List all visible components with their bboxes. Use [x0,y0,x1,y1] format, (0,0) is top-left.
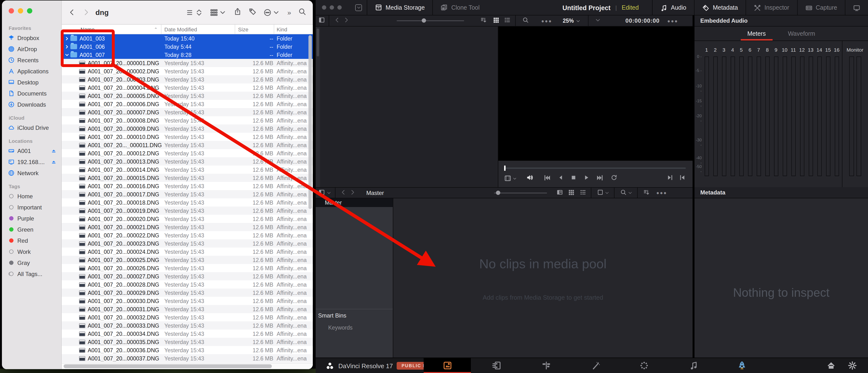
pool-search-chevron[interactable] [628,190,632,196]
viewer-options-icon[interactable]: ●●● [667,18,678,23]
sidebar-item-downloads[interactable]: Downloads [2,99,61,110]
pool-search-button[interactable] [620,189,626,197]
media-pool-empty-state[interactable]: No clips in media pool Add clips from Me… [393,198,692,357]
sidebar-item-green[interactable]: Green [2,224,61,235]
file-row[interactable]: A001_007_20...000002.DNG Yesterday 15:43… [62,67,313,75]
file-row[interactable]: A001_007_20...000021.DNG Yesterday 15:43… [62,223,313,231]
tags-button[interactable] [249,7,256,17]
next-clip-button[interactable] [596,174,603,183]
page-button-color[interactable] [631,358,657,373]
file-row[interactable]: A001_007_20...000019.DNG Yesterday 15:43… [62,206,313,215]
sidebar-item-purple[interactable]: Purple [2,213,61,224]
step-back-button[interactable] [557,174,564,182]
playhead[interactable] [504,166,505,171]
file-row[interactable]: A001_007_20...000018.DNG Yesterday 15:43… [62,198,313,206]
overflow-chevrons-icon[interactable]: » [287,8,291,16]
view-options-button[interactable] [187,8,203,16]
sidebar-item-applications[interactable]: Applications [2,66,61,77]
pool-options-icon[interactable]: ●●● [656,190,667,195]
bin-panel-chevron[interactable] [327,190,331,196]
file-row[interactable]: A001_007_20...000025.DNG Yesterday 15:43… [62,256,313,264]
page-button-fusion[interactable] [583,358,609,373]
horizontal-scrollbar-thumb[interactable] [64,364,272,368]
page-button-media[interactable] [424,358,471,373]
stop-button[interactable] [570,174,577,182]
sidebar-item-192-168-[interactable]: 192.168.... [2,156,61,167]
file-row[interactable]: A001_007_20...000013.DNG Yesterday 15:43… [62,157,313,166]
audio-tab-meters[interactable]: Meters [744,27,769,40]
file-row[interactable]: A001_007_20...000003.DNG Yesterday 15:43… [62,75,313,84]
resolve-window-controls[interactable] [316,5,350,10]
file-row[interactable]: A001_007_20...000022.DNG Yesterday 15:43… [62,231,313,239]
smart-bin-keywords[interactable]: Keywords [328,325,352,331]
file-row[interactable]: A001_007_20...000006.DNG Yesterday 15:43… [62,100,313,108]
previous-clip-button[interactable] [544,174,551,183]
sidebar-item-desktop[interactable]: Desktop [2,77,61,88]
sidebar-item-icloud-drive[interactable]: iCloud Drive [2,122,61,133]
chevron-down-icon[interactable] [65,52,69,57]
minimize-button[interactable] [18,8,23,13]
settings-gear-button[interactable] [839,358,865,373]
page-button-edit[interactable] [533,358,559,373]
sidebar-item-red[interactable]: Red [2,235,61,246]
file-row[interactable]: A001_007_20...000037.DNG Yesterday 15:43… [62,354,313,363]
file-row[interactable]: A001_007_20...000001.DNG Yesterday 15:43… [62,59,313,67]
pool-size-slider[interactable] [494,192,547,193]
panel-tab-inspector[interactable]: Inspector [746,0,797,16]
file-row[interactable]: A001_007_20...000010.DNG Yesterday 15:43… [62,133,313,141]
sidebar-item-work[interactable]: Work [2,246,61,257]
frame-view-chevron[interactable] [604,190,609,196]
file-row[interactable]: A001_007_20...000009.DNG Yesterday 15:43… [62,124,313,133]
file-row[interactable]: A001_007_20...000020.DNG Yesterday 15:43… [62,215,313,223]
list-view-button[interactable] [504,17,510,25]
column-header-kind[interactable]: Kind [274,25,313,34]
file-row[interactable]: A001_007_20...000031.DNG Yesterday 15:43… [62,305,313,313]
sort-button[interactable] [480,17,487,25]
file-row[interactable]: A001_007_20...000014.DNG Yesterday 15:43… [62,166,313,174]
close-button[interactable] [9,8,14,13]
panel-tab-media-storage[interactable]: Media Storage [367,0,433,15]
audio-tab-waveform[interactable]: Waveform [785,27,818,40]
viewer-mode-dropdown[interactable] [595,18,600,24]
media-storage-browser[interactable] [316,27,498,187]
bin-panel-toggle[interactable] [318,189,325,197]
bin-forward-button[interactable] [349,189,356,197]
sidebar-item-gray[interactable]: Gray [2,257,61,268]
zoom-level-dropdown[interactable]: 25% [563,18,580,24]
chevron-right-icon[interactable] [65,44,69,49]
eject-icon[interactable] [51,148,56,153]
thumbnail-size-slider[interactable] [397,20,464,21]
file-row[interactable]: A001_007_20...000007.DNG Yesterday 15:43… [62,108,313,116]
metadata-view-button[interactable] [556,189,563,197]
panel-tab-clone-tool[interactable]: Clone Tool [433,0,488,15]
storage-panel-toggle[interactable] [318,17,325,25]
last-frame-button[interactable] [666,174,673,182]
pool-sort-button[interactable] [643,189,649,197]
grid-view-button[interactable] [493,17,499,25]
back-button[interactable] [68,9,76,16]
folder-row[interactable]: A001_003 Today 15:40 -- Folder [62,34,313,42]
page-button-deliver[interactable] [729,358,755,373]
file-row[interactable]: A001_007_20...000030.DNG Yesterday 15:43… [62,297,313,305]
share-button[interactable] [234,7,242,17]
forward-button[interactable] [83,9,90,16]
file-row[interactable]: A001_007_20...000004.DNG Yesterday 15:43… [62,84,313,92]
horizontal-scrollbar[interactable] [62,363,313,369]
file-row[interactable]: A001_007_20...000015.DNG Yesterday 15:43… [62,174,313,182]
sidebar-item-airdrop[interactable]: AirDrop [2,44,61,55]
page-button-fairlight[interactable] [681,358,707,373]
viewer-video-area[interactable] [498,27,692,161]
chevron-right-icon[interactable] [65,36,69,41]
sidebar-item-dropbox[interactable]: Dropbox [2,32,61,44]
file-row[interactable]: A001_007_20...000028.DNG Yesterday 15:43… [62,280,313,289]
clip-overlay-dropdown[interactable] [504,175,517,182]
file-row[interactable]: A001_007_20...000012.DNG Yesterday 15:43… [62,149,313,157]
file-row[interactable]: A001_007_20...000024.DNG Yesterday 15:43… [62,248,313,256]
storage-options-icon[interactable]: ●●● [541,18,552,23]
browser-scrollbar[interactable] [316,27,320,187]
scrubber-bar[interactable] [504,167,686,169]
group-by-button[interactable] [210,8,226,16]
column-header-size[interactable]: Size [235,25,274,34]
pool-grid-view-button[interactable] [568,189,574,197]
sidebar-item-recents[interactable]: Recents [2,55,61,66]
